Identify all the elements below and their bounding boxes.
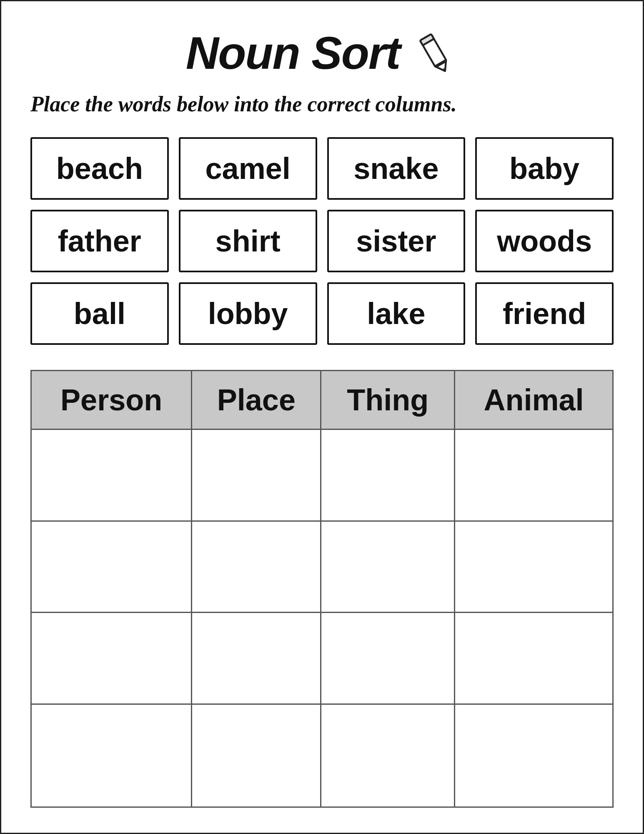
page: Noun Sort Place the words below into the… bbox=[0, 0, 644, 834]
cell-place-1[interactable] bbox=[192, 430, 321, 521]
cell-animal-3[interactable] bbox=[455, 613, 613, 704]
word-box-snake[interactable]: snake bbox=[327, 137, 466, 200]
header: Noun Sort bbox=[30, 26, 614, 79]
word-box-lake[interactable]: lake bbox=[327, 282, 466, 345]
cell-place-2[interactable] bbox=[192, 521, 321, 613]
word-box-baby[interactable]: baby bbox=[475, 137, 614, 200]
page-title: Noun Sort bbox=[186, 26, 400, 79]
cell-person-4[interactable] bbox=[31, 704, 192, 807]
table-row-3 bbox=[31, 613, 613, 704]
column-header-thing: Thing bbox=[321, 371, 455, 430]
word-box-father[interactable]: father bbox=[30, 210, 169, 272]
cell-thing-2[interactable] bbox=[321, 521, 455, 613]
subtitle: Place the words below into the correct c… bbox=[30, 92, 614, 116]
word-box-friend[interactable]: friend bbox=[475, 282, 614, 345]
word-box-woods[interactable]: woods bbox=[475, 210, 614, 272]
cell-animal-4[interactable] bbox=[455, 704, 613, 807]
sort-table: Person Place Thing Animal bbox=[30, 370, 614, 808]
word-box-beach[interactable]: beach bbox=[30, 137, 169, 200]
cell-animal-1[interactable] bbox=[455, 430, 613, 521]
cell-place-4[interactable] bbox=[192, 704, 321, 807]
word-grid: beach camel snake baby father shirt sist… bbox=[30, 137, 614, 345]
column-header-animal: Animal bbox=[455, 371, 613, 430]
cell-thing-4[interactable] bbox=[321, 704, 455, 807]
pencil-icon bbox=[412, 30, 458, 76]
cell-person-1[interactable] bbox=[31, 430, 192, 521]
cell-person-2[interactable] bbox=[31, 521, 192, 613]
column-header-person: Person bbox=[31, 371, 192, 430]
cell-thing-3[interactable] bbox=[321, 613, 455, 704]
cell-thing-1[interactable] bbox=[321, 430, 455, 521]
cell-animal-2[interactable] bbox=[455, 521, 613, 613]
word-box-ball[interactable]: ball bbox=[30, 282, 169, 345]
table-row-4 bbox=[31, 704, 613, 807]
cell-person-3[interactable] bbox=[31, 613, 192, 704]
word-box-lobby[interactable]: lobby bbox=[179, 282, 317, 345]
word-box-camel[interactable]: camel bbox=[179, 137, 317, 200]
word-box-sister[interactable]: sister bbox=[327, 210, 466, 272]
column-header-place: Place bbox=[192, 371, 321, 430]
cell-place-3[interactable] bbox=[192, 613, 321, 704]
word-box-shirt[interactable]: shirt bbox=[179, 210, 317, 272]
table-row-1 bbox=[31, 430, 613, 521]
table-row-2 bbox=[31, 521, 613, 613]
